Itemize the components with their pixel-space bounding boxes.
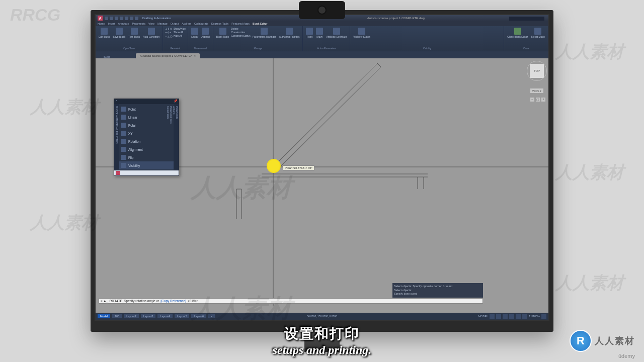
layout-tab-model[interactable]: Model [98,314,110,318]
lwt-toggle-icon[interactable] [522,314,527,319]
rotation-icon [121,139,126,144]
attribute-def-button[interactable]: Attribute Definition [325,27,348,39]
command-history: Select objects: Specify opposite corner:… [392,283,483,298]
close-tab-icon[interactable]: × [194,54,196,57]
add-layout-button[interactable]: + [208,314,215,318]
osnap-toggle-icon[interactable] [516,314,521,319]
app-logo-icon[interactable]: A [98,16,103,21]
show-hide-button[interactable]: Show/Hide [174,27,186,30]
qat-saveas-icon[interactable] [120,17,123,20]
workspace-label[interactable]: Drafting & Annotation [142,17,171,20]
brand-text: 人人素材 [595,336,635,345]
quick-access-toolbar[interactable] [105,17,138,20]
layout-tab[interactable]: 100 [112,314,122,318]
viewport-window-buttons[interactable]: –▢× [530,98,545,102]
palette-tab-constraints[interactable]: Constraints [167,106,170,168]
settings-icon[interactable] [541,314,546,319]
document-tab[interactable]: Autocad course project 1 COMPLETE* × [136,53,200,58]
command-line[interactable]: × ▸_ ROTATE Specify rotation angle or [C… [99,298,483,304]
palette-item-visibility[interactable]: Visibility [119,161,174,169]
linear-button[interactable]: Linear [190,27,199,39]
layout-tab[interactable]: Layout5 [175,314,190,318]
save-block-button[interactable]: Save Block [112,27,126,39]
polar-toggle-icon[interactable] [509,314,514,319]
layout-tab[interactable]: Layout6 [191,314,206,318]
layout-tab[interactable]: Layout2 [124,314,139,318]
show-all-button[interactable]: Show All [174,31,186,34]
constraint-status-button[interactable]: Constraint Status [231,34,250,37]
select-mode-button[interactable]: Select Mode [530,27,546,39]
tab-view[interactable]: View [148,22,154,25]
palette-tab-param-sets[interactable]: Parameter Sets [170,106,173,168]
snap-toggle-icon[interactable] [496,314,501,319]
linear-icon [121,115,126,120]
delete-button[interactable]: Delete [231,27,250,30]
geo-constraint-icon[interactable]: — | ⌖ [165,31,173,34]
cmdline-close-icon[interactable]: × [101,299,103,303]
drawing-canvas[interactable]: –▢× TOP WCS ▾ ×📌 BLOCK AUTHORING PALETTE… [96,58,548,306]
tab-parametric[interactable]: Parametric [132,22,145,25]
tab-collaborate[interactable]: Collaborate [194,22,208,25]
qat-new-icon[interactable] [105,17,108,20]
tab-output[interactable]: Output [171,22,179,25]
close-block-editor-button[interactable]: Close Block Editor [506,27,529,39]
palette-item-rotation[interactable]: Rotation [119,137,174,145]
palette-tab-actions[interactable]: Actions [173,106,176,168]
scale-label[interactable]: 11/100% [529,315,540,318]
close-icon[interactable]: × [116,99,118,104]
grid-toggle-icon[interactable] [490,314,495,319]
palette-item-linear[interactable]: Linear [119,113,174,121]
palette-header[interactable]: ×📌 [114,99,179,104]
block-table-button[interactable]: Block Table [215,27,230,39]
panel-geometric: ⊥ ∥ ⊙ — | ⌖ ○ △ ▢ Show/Hide Show All Hid… [163,26,188,51]
construction-button[interactable]: Construction [231,31,250,34]
palette-tabs[interactable]: Parameters Actions Parameter Sets Constr… [174,104,179,170]
authoring-palettes-button[interactable]: Authoring Palettes [278,27,301,39]
tab-featured[interactable]: Featured Apps [231,22,250,25]
pin-icon[interactable]: 📌 [174,99,177,104]
monitor-frame: A Drafting & Annotation Autodesk AutoCAD… [91,10,553,332]
tab-addins[interactable]: Add-ins [182,22,191,25]
command-options[interactable]: [Copy Reference] [160,299,186,303]
wcs-dropdown[interactable]: WCS ▾ [530,88,544,93]
polar-tooltip: Polar: 93.5765 < 45° [283,165,314,170]
layout-tab[interactable]: Layout4 [157,314,173,318]
move-action-button[interactable]: Move [315,27,324,39]
palette-item-xy[interactable]: XY [119,129,174,137]
auto-constrain-button[interactable]: Auto Constrain [142,27,160,39]
palette-item-polar[interactable]: Polar [119,121,174,129]
point-param-button[interactable]: Point [305,27,314,39]
qat-redo-icon[interactable] [135,17,138,20]
test-block-button[interactable]: Test Block [127,27,141,39]
palette-item-flip[interactable]: Flip [119,153,174,161]
watermark: 人人素材 [555,161,624,184]
document-tab-label: Autocad course project 1 COMPLETE* [140,54,192,57]
block-authoring-palette[interactable]: ×📌 BLOCK AUTHORING PALETTES Point Linear… [114,99,179,176]
search-input[interactable] [509,17,544,21]
tab-manage[interactable]: Manage [157,22,168,25]
model-mode-label[interactable]: MODEL [478,315,489,318]
qat-open-icon[interactable] [110,17,113,20]
edit-block-button[interactable]: Edit Block [98,27,111,39]
qat-save-icon[interactable] [115,17,118,20]
qat-undo-icon[interactable] [130,17,133,20]
tab-insert[interactable]: Insert [108,22,115,25]
layout-tab[interactable]: Layout3 [141,314,156,318]
tab-home[interactable]: Home [98,22,105,25]
aligned-button[interactable]: Aligned [200,27,211,39]
parameters-manager-button[interactable]: Parameters Manager [252,27,277,39]
hide-all-button[interactable]: Hide All [174,34,186,37]
subtitles: 设置和打印 setups and printing. [273,324,372,357]
palette-item-point[interactable]: Point [119,105,174,113]
tab-block-editor[interactable]: Block Editor [253,22,267,25]
tab-annotate[interactable]: Annotate [118,22,129,25]
geo-constraint-icon[interactable]: ⊥ ∥ ⊙ [165,27,173,30]
palette-tab-parameters[interactable]: Parameters [176,106,179,168]
geo-constraint-icon[interactable]: ○ △ ▢ [165,35,173,38]
viewcube[interactable]: TOP [529,63,544,78]
palette-item-alignment[interactable]: Alignment [119,145,174,153]
tab-express[interactable]: Express Tools [211,22,228,25]
visibility-states-button[interactable]: Visibility States [352,27,371,39]
qat-plot-icon[interactable] [125,17,128,20]
ortho-toggle-icon[interactable] [503,314,508,319]
